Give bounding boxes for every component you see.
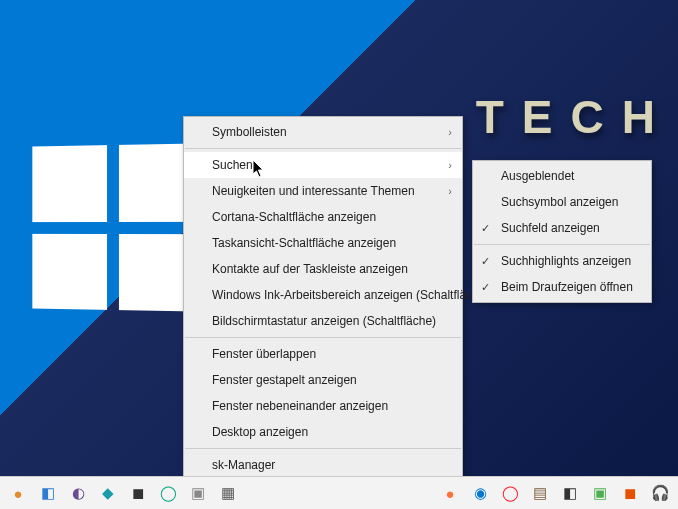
menu-label: Suchsymbol anzeigen <box>501 195 618 209</box>
menu-label: sk-Manager <box>212 458 275 472</box>
menu-item-osk[interactable]: Bildschirmtastatur anzeigen (Schaltfläch… <box>184 308 462 334</box>
menu-item-toolbars[interactable]: Symbolleisten › <box>184 119 462 145</box>
submenu-item-hover-open[interactable]: ✓ Beim Draufzeigen öffnen <box>473 274 651 300</box>
menu-item-search[interactable]: Suchen › <box>184 152 462 178</box>
menu-separator <box>474 244 650 245</box>
tray-icon[interactable]: ▣ <box>586 479 614 507</box>
taskbar-app-icon[interactable]: ◆ <box>94 479 122 507</box>
tray-icon[interactable]: ▤ <box>526 479 554 507</box>
menu-item-side[interactable]: Fenster nebeneinander anzeigen <box>184 393 462 419</box>
menu-separator <box>185 337 461 338</box>
tray-icon[interactable]: ◼ <box>616 479 644 507</box>
taskbar-app-icon[interactable]: ◼ <box>124 479 152 507</box>
menu-label: Fenster nebeneinander anzeigen <box>212 399 388 413</box>
menu-label: Suchen <box>212 158 253 172</box>
check-icon: ✓ <box>481 281 490 294</box>
taskbar-app-icon[interactable]: ▣ <box>184 479 212 507</box>
menu-label: Desktop anzeigen <box>212 425 308 439</box>
taskbar-app-icon[interactable]: ◯ <box>154 479 182 507</box>
menu-separator <box>185 148 461 149</box>
menu-label: Symbolleisten <box>212 125 287 139</box>
submenu-item-highlights[interactable]: ✓ Suchhighlights anzeigen <box>473 248 651 274</box>
menu-label: Suchfeld anzeigen <box>501 221 600 235</box>
menu-label: Bildschirmtastatur anzeigen (Schaltfläch… <box>212 314 436 328</box>
check-icon: ✓ <box>481 255 490 268</box>
taskbar[interactable]: ● ◧ ◐ ◆ ◼ ◯ ▣ ▦ ● ◉ ◯ ▤ ◧ ▣ ◼ 🎧 <box>0 476 678 509</box>
menu-item-cascade[interactable]: Fenster überlappen <box>184 341 462 367</box>
menu-label: Kontakte auf der Taskleiste anzeigen <box>212 262 408 276</box>
menu-label: Suchhighlights anzeigen <box>501 254 631 268</box>
menu-label: Cortana-Schaltfläche anzeigen <box>212 210 376 224</box>
brand-watermark: TECH <box>476 90 673 144</box>
edge-icon[interactable]: ◉ <box>466 479 494 507</box>
menu-item-cortana[interactable]: Cortana-Schaltfläche anzeigen <box>184 204 462 230</box>
tray-icon[interactable]: 🎧 <box>646 479 674 507</box>
menu-item-taskview[interactable]: Taskansicht-Schaltfläche anzeigen <box>184 230 462 256</box>
taskbar-app-icon[interactable]: ◧ <box>34 479 62 507</box>
submenu-item-icon[interactable]: Suchsymbol anzeigen <box>473 189 651 215</box>
menu-item-contacts[interactable]: Kontakte auf der Taskleiste anzeigen <box>184 256 462 282</box>
submenu-item-box[interactable]: ✓ Suchfeld anzeigen <box>473 215 651 241</box>
menu-label: Windows Ink-Arbeitsbereich anzeigen (Sch… <box>212 288 489 302</box>
menu-item-taskmgr[interactable]: sk-Manager <box>184 452 462 478</box>
taskbar-app-icon[interactable]: ● <box>4 479 32 507</box>
menu-label: Fenster überlappen <box>212 347 316 361</box>
tray-icon[interactable]: ◧ <box>556 479 584 507</box>
windows-logo <box>32 143 195 311</box>
submenu-item-hidden[interactable]: Ausgeblendet <box>473 163 651 189</box>
firefox-icon[interactable]: ● <box>436 479 464 507</box>
search-submenu: Ausgeblendet Suchsymbol anzeigen ✓ Suchf… <box>472 160 652 303</box>
menu-label: Taskansicht-Schaltfläche anzeigen <box>212 236 396 250</box>
menu-item-news[interactable]: Neuigkeiten und interessante Themen › <box>184 178 462 204</box>
chevron-right-icon: › <box>448 185 452 197</box>
taskbar-context-menu: Symbolleisten › Suchen › Neuigkeiten und… <box>183 116 463 509</box>
menu-separator <box>185 448 461 449</box>
menu-item-ink[interactable]: Windows Ink-Arbeitsbereich anzeigen (Sch… <box>184 282 462 308</box>
chevron-right-icon: › <box>448 126 452 138</box>
taskbar-app-icon[interactable]: ◐ <box>64 479 92 507</box>
menu-item-show-desktop[interactable]: Desktop anzeigen <box>184 419 462 445</box>
chevron-right-icon: › <box>448 159 452 171</box>
taskbar-app-icon[interactable]: ▦ <box>214 479 242 507</box>
menu-label: Fenster gestapelt anzeigen <box>212 373 357 387</box>
check-icon: ✓ <box>481 222 490 235</box>
menu-label: Neuigkeiten und interessante Themen <box>212 184 415 198</box>
opera-icon[interactable]: ◯ <box>496 479 524 507</box>
menu-label: Beim Draufzeigen öffnen <box>501 280 633 294</box>
menu-item-stacked[interactable]: Fenster gestapelt anzeigen <box>184 367 462 393</box>
menu-label: Ausgeblendet <box>501 169 574 183</box>
